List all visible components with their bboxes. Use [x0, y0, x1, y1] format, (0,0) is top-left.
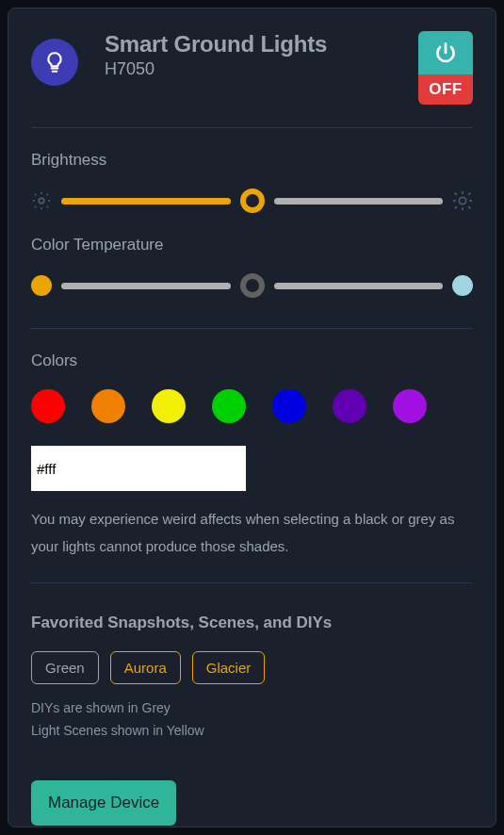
manage-device-button[interactable]: Manage Device [31, 780, 176, 826]
brightness-track-fill [61, 198, 231, 205]
favorite-chip[interactable]: Aurora [110, 651, 181, 684]
color-temp-slider[interactable] [31, 273, 473, 298]
colors-label: Colors [31, 352, 473, 370]
brightness-section: Brightness [31, 151, 473, 213]
favorites-label: Favorited Snapshots, Scenes, and DIYs [31, 614, 473, 632]
cool-dot-icon [452, 275, 473, 296]
svg-point-9 [459, 197, 465, 204]
device-model: H7050 [105, 59, 418, 79]
svg-line-7 [35, 206, 36, 207]
sun-low-icon [31, 190, 52, 211]
svg-line-6 [47, 206, 48, 207]
color-swatch-yellow[interactable] [152, 389, 186, 423]
color-swatch-red[interactable] [31, 389, 65, 423]
color-swatch-violet[interactable] [333, 389, 366, 423]
svg-line-15 [468, 206, 470, 208]
color-swatch-row [31, 389, 473, 423]
svg-line-8 [47, 194, 48, 195]
ct-thumb[interactable] [240, 273, 265, 298]
bulb-icon [31, 39, 78, 86]
device-card: Smart Ground Lights H7050 OFF Brightness… [8, 8, 496, 827]
colors-section: Colors You may experience weird affects … [31, 352, 473, 583]
hex-preview [216, 446, 246, 491]
legend-diy: DIYs are shown in Grey [31, 697, 473, 720]
favorite-chip[interactable]: Glacier [192, 651, 266, 684]
svg-line-14 [455, 193, 457, 195]
divider [31, 328, 473, 329]
sun-high-icon [452, 190, 473, 211]
favorites-chip-row: GreenAuroraGlacier [31, 651, 473, 684]
power-toggle[interactable]: OFF [418, 31, 473, 105]
legend-scene: Light Scenes shown in Yellow [31, 720, 473, 743]
svg-point-0 [39, 198, 44, 204]
color-swatch-green[interactable] [212, 389, 246, 423]
power-state-label: OFF [418, 74, 473, 105]
ct-track-right [274, 283, 444, 289]
color-hint: You may experience weird affects when se… [31, 506, 473, 583]
favorite-chip[interactable]: Green [31, 651, 99, 684]
hex-input-wrap [31, 446, 246, 491]
brightness-slider[interactable] [31, 188, 473, 213]
card-header: Smart Ground Lights H7050 OFF [31, 31, 473, 128]
hex-input[interactable] [31, 446, 216, 491]
svg-line-17 [468, 193, 470, 195]
brightness-track-rest [274, 198, 444, 205]
color-temp-section: Color Temperature [31, 236, 473, 320]
brightness-label: Brightness [31, 151, 473, 170]
svg-line-16 [455, 206, 457, 208]
brightness-thumb[interactable] [240, 188, 265, 213]
title-block: Smart Ground Lights H7050 [105, 31, 418, 79]
color-swatch-orange[interactable] [91, 389, 125, 423]
color-swatch-magenta[interactable] [393, 389, 427, 423]
color-swatch-blue[interactable] [272, 389, 306, 423]
device-title: Smart Ground Lights [105, 31, 418, 57]
ct-track-left [61, 283, 231, 289]
color-temp-label: Color Temperature [31, 236, 473, 254]
svg-line-5 [35, 194, 36, 195]
favorites-legend: DIYs are shown in Grey Light Scenes show… [31, 697, 473, 743]
warm-dot-icon [31, 275, 52, 296]
power-icon [418, 31, 473, 74]
